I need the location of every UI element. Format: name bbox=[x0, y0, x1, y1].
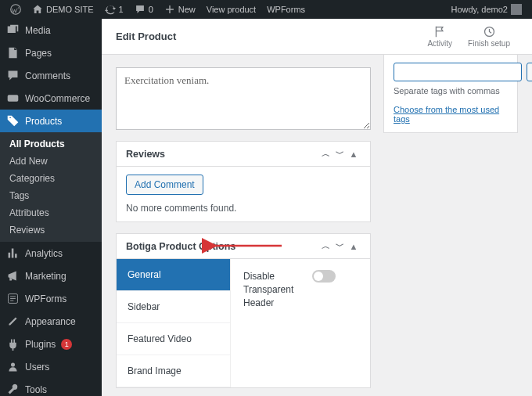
new-link[interactable]: New bbox=[159, 0, 201, 19]
sidebar-item-users[interactable]: Users bbox=[0, 355, 102, 378]
sidebar-item-wpforms[interactable]: WPForms bbox=[0, 287, 102, 310]
site-name-link[interactable]: DEMO SITE bbox=[27, 0, 99, 19]
updates-count: 1 bbox=[119, 5, 124, 14]
panel-move-up-icon[interactable]: ︿ bbox=[318, 148, 332, 160]
botiga-tab-sidebar[interactable]: Sidebar bbox=[117, 291, 230, 323]
sidebar-item-products[interactable]: Products bbox=[0, 110, 102, 132]
svg-point-3 bbox=[11, 362, 15, 366]
comments-link[interactable]: 0 bbox=[129, 0, 159, 19]
description-textarea[interactable] bbox=[116, 67, 371, 130]
botiga-tab-brand-image[interactable]: Brand Image bbox=[117, 355, 230, 387]
submenu-categories[interactable]: Categories bbox=[0, 170, 102, 187]
panel-move-down-icon[interactable]: ﹀ bbox=[332, 240, 347, 252]
main-content: Edit Product Activity Finish setup Revie… bbox=[102, 19, 532, 396]
view-product-link[interactable]: View product bbox=[201, 0, 261, 19]
products-submenu: All Products Add New Categories Tags Att… bbox=[0, 132, 102, 242]
panel-move-down-icon[interactable]: ﹀ bbox=[332, 148, 347, 160]
panel-toggle-icon[interactable]: ▲ bbox=[347, 242, 361, 251]
submenu-reviews[interactable]: Reviews bbox=[0, 221, 102, 239]
sidebar-item-marketing[interactable]: Marketing bbox=[0, 265, 102, 287]
finish-setup-button[interactable]: Finish setup bbox=[460, 25, 518, 48]
panel-toggle-icon[interactable]: ▲ bbox=[347, 149, 361, 159]
panel-move-up-icon[interactable]: ︿ bbox=[318, 240, 332, 252]
botiga-tabs: General Sidebar Featured Video Brand Ima… bbox=[117, 259, 231, 387]
admin-sidebar: Media Pages Comments WooCommerce Product… bbox=[0, 19, 102, 396]
submenu-all-products[interactable]: All Products bbox=[0, 135, 102, 153]
sidebar-item-pages[interactable]: Pages bbox=[0, 41, 102, 64]
tags-input[interactable] bbox=[394, 63, 522, 81]
page-header: Edit Product Activity Finish setup bbox=[102, 19, 532, 55]
sidebar-item-appearance[interactable]: Appearance bbox=[0, 310, 102, 333]
howdy-link[interactable]: Howdy, demo2 bbox=[445, 0, 527, 19]
submenu-tags[interactable]: Tags bbox=[0, 187, 102, 204]
activity-button[interactable]: Activity bbox=[419, 25, 460, 48]
sidebar-item-comments[interactable]: Comments bbox=[0, 64, 102, 87]
tags-add-button[interactable]: Add bbox=[527, 63, 532, 81]
sidebar-item-plugins[interactable]: Plugins1 bbox=[0, 333, 102, 355]
plugins-badge: 1 bbox=[61, 339, 72, 350]
tags-panel: Add Separate tags with commas Choose fro… bbox=[383, 55, 518, 133]
tags-hint: Separate tags with commas bbox=[394, 86, 508, 95]
new-label: New bbox=[178, 5, 196, 14]
svg-rect-1 bbox=[8, 95, 19, 102]
wp-logo[interactable] bbox=[5, 0, 27, 19]
sidebar-item-media[interactable]: Media bbox=[0, 19, 102, 41]
botiga-title: Botiga Product Options bbox=[126, 241, 235, 252]
submenu-attributes[interactable]: Attributes bbox=[0, 204, 102, 221]
reviews-empty-text: No more comments found. bbox=[126, 203, 361, 214]
add-comment-button[interactable]: Add Comment bbox=[126, 175, 203, 195]
site-name: DEMO SITE bbox=[46, 5, 94, 14]
updates-link[interactable]: 1 bbox=[99, 0, 129, 19]
botiga-panel: Botiga Product Options ︿ ﹀ ▲ General Sid… bbox=[116, 233, 371, 388]
submenu-add-new[interactable]: Add New bbox=[0, 153, 102, 170]
avatar bbox=[511, 4, 522, 15]
tags-most-used-link[interactable]: Choose from the most used tags bbox=[394, 105, 508, 124]
disable-transparent-header-toggle[interactable] bbox=[312, 270, 336, 283]
botiga-tab-general[interactable]: General bbox=[117, 259, 230, 291]
admin-bar: DEMO SITE 1 0 New View product WPForms H… bbox=[0, 0, 532, 19]
botiga-tab-featured-video[interactable]: Featured Video bbox=[117, 323, 230, 355]
sidebar-item-analytics[interactable]: Analytics bbox=[0, 242, 102, 265]
sidebar-item-woocommerce[interactable]: WooCommerce bbox=[0, 87, 102, 110]
wpforms-link-top[interactable]: WPForms bbox=[261, 0, 311, 19]
disable-transparent-header-label: Disable Transparent Header bbox=[243, 270, 298, 309]
reviews-title: Reviews bbox=[126, 149, 165, 160]
comments-count: 0 bbox=[149, 5, 153, 14]
page-title: Edit Product bbox=[116, 31, 176, 42]
sidebar-item-tools[interactable]: Tools bbox=[0, 378, 102, 396]
flag-icon bbox=[433, 25, 447, 38]
clock-icon bbox=[483, 25, 496, 38]
reviews-panel: Reviews ︿ ﹀ ▲ Add Comment No more commen… bbox=[116, 141, 371, 222]
